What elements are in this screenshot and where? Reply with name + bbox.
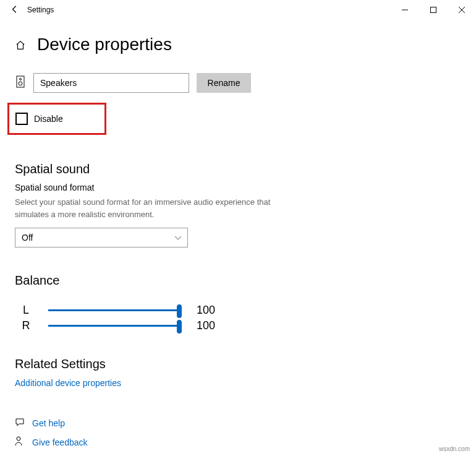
spatial-description: Select your spatial sound format for an … <box>15 196 287 220</box>
disable-checkbox-highlight: Disable <box>7 103 106 135</box>
spatial-format-dropdown[interactable]: Off <box>15 228 188 247</box>
device-name-input[interactable] <box>33 73 189 93</box>
device-name-row: Rename <box>0 62 476 98</box>
balance-left-label: L <box>15 304 37 317</box>
slider-thumb[interactable] <box>177 320 182 333</box>
titlebar: Settings <box>0 0 476 20</box>
disable-label: Disable <box>34 114 63 124</box>
balance-section: Balance <box>0 255 476 301</box>
dropdown-value: Off <box>22 233 33 243</box>
feedback-icon <box>15 436 23 448</box>
rename-button[interactable]: Rename <box>197 73 251 93</box>
slider-thumb[interactable] <box>177 304 182 318</box>
spatial-sound-section: Spatial sound Spatial sound format Selec… <box>0 140 476 255</box>
give-feedback-row[interactable]: Give feedback <box>0 432 476 452</box>
additional-properties-link[interactable]: Additional device properties <box>15 378 121 388</box>
svg-rect-1 <box>431 7 436 13</box>
balance-right-slider[interactable] <box>48 325 179 327</box>
balance-heading: Balance <box>15 273 461 288</box>
page-title: Device properties <box>37 35 172 54</box>
get-help-link[interactable]: Get help <box>32 418 65 428</box>
watermark: wsxdn.com <box>439 445 470 452</box>
balance-right-row: R 100 <box>15 319 461 332</box>
get-help-row[interactable]: Get help <box>0 413 476 432</box>
balance-right-value: 100 <box>197 319 215 332</box>
balance-left-slider[interactable] <box>48 309 179 311</box>
svg-point-7 <box>17 437 20 441</box>
back-button[interactable] <box>5 5 25 15</box>
page-header: Device properties <box>0 20 476 62</box>
home-icon[interactable] <box>15 40 26 53</box>
close-button[interactable] <box>448 0 476 20</box>
chat-icon <box>15 417 23 429</box>
speaker-icon <box>15 75 26 90</box>
balance-right-label: R <box>15 319 37 332</box>
balance-left-value: 100 <box>197 304 215 317</box>
minimize-button[interactable] <box>391 0 419 20</box>
chevron-down-icon <box>175 234 181 241</box>
related-settings-section: Related Settings Additional device prope… <box>0 335 476 396</box>
svg-point-5 <box>20 79 22 80</box>
svg-point-6 <box>19 82 22 85</box>
give-feedback-link[interactable]: Give feedback <box>32 437 88 447</box>
spatial-heading: Spatial sound <box>15 162 461 176</box>
disable-checkbox[interactable] <box>15 113 28 125</box>
maximize-button[interactable] <box>419 0 448 20</box>
related-heading: Related Settings <box>15 357 461 371</box>
window-title: Settings <box>27 6 54 14</box>
spatial-subheading: Spatial sound format <box>15 183 461 192</box>
balance-left-row: L 100 <box>15 304 461 317</box>
